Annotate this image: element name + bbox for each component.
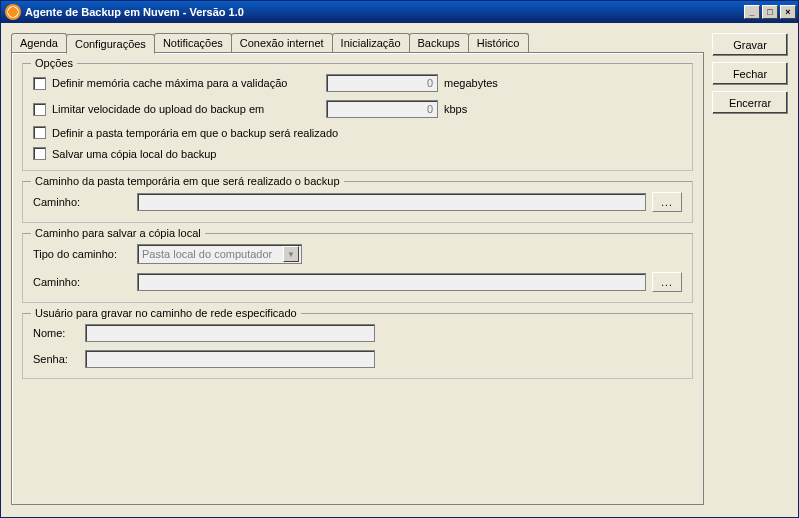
label-temp: Definir a pasta temporária em que o back… [52,127,338,139]
chevron-down-icon: ▼ [283,246,299,262]
select-path-type-value: Pasta local do computador [142,248,272,260]
group-temp-path: Caminho da pasta temporária em que será … [22,181,693,223]
input-username[interactable] [85,324,375,342]
label-temp-path: Caminho: [33,196,131,208]
input-cache[interactable] [326,74,438,92]
input-limit[interactable] [326,100,438,118]
fechar-button[interactable]: Fechar [712,62,788,85]
label-path-type: Tipo do caminho: [33,248,131,260]
checkbox-temp[interactable] [33,126,46,139]
group-local-legend: Caminho para salvar a cópia local [31,227,205,239]
group-opcoes-legend: Opções [31,57,77,69]
tab-backups[interactable]: Backups [409,33,469,52]
group-temp-legend: Caminho da pasta temporária em que será … [31,175,344,187]
label-username: Nome: [33,327,79,339]
browse-temp-button[interactable]: ... [652,192,682,212]
input-temp-path[interactable] [137,193,646,211]
browse-local-button[interactable]: ... [652,272,682,292]
unit-cache: megabytes [444,77,498,89]
label-password: Senha: [33,353,79,365]
encerrar-button[interactable]: Encerrar [712,91,788,114]
maximize-button[interactable]: □ [762,5,778,19]
select-path-type[interactable]: Pasta local do computador ▼ [137,244,302,264]
checkbox-cache[interactable] [33,77,46,90]
label-cache: Definir memória cache máxima para a vali… [52,77,320,89]
tab-historico[interactable]: Histórico [468,33,529,52]
app-icon [5,4,21,20]
close-button[interactable]: × [780,5,796,19]
sidebar: Gravar Fechar Encerrar [712,33,788,507]
group-opcoes: Opções Definir memória cache máxima para… [22,63,693,171]
group-user: Usuário para gravar no caminho de rede e… [22,313,693,379]
tab-configuracoes[interactable]: Configurações [66,34,155,54]
tab-inicializacao[interactable]: Inicialização [332,33,410,52]
unit-limit: kbps [444,103,467,115]
tab-conexao-internet[interactable]: Conexão internet [231,33,333,52]
input-password[interactable] [85,350,375,368]
tab-notificacoes[interactable]: Notificações [154,33,232,52]
minimize-button[interactable]: _ [744,5,760,19]
gravar-button[interactable]: Gravar [712,33,788,56]
label-limit: Limitar velocidade do upload do backup e… [52,103,320,115]
app-window: Agente de Backup em Nuvem - Versão 1.0 _… [0,0,799,518]
group-user-legend: Usuário para gravar no caminho de rede e… [31,307,301,319]
label-local-path: Caminho: [33,276,131,288]
checkbox-local[interactable] [33,147,46,160]
tab-panel: Opções Definir memória cache máxima para… [11,52,704,505]
group-local-path: Caminho para salvar a cópia local Tipo d… [22,233,693,303]
window-title: Agente de Backup em Nuvem - Versão 1.0 [25,6,744,18]
input-local-path[interactable] [137,273,646,291]
main-area: Agenda Configurações Notificações Conexã… [11,33,704,507]
tab-agenda[interactable]: Agenda [11,33,67,52]
titlebar: Agente de Backup em Nuvem - Versão 1.0 _… [1,1,798,23]
tabstrip: Agenda Configurações Notificações Conexã… [11,33,704,52]
checkbox-limit[interactable] [33,103,46,116]
label-local: Salvar uma cópia local do backup [52,148,216,160]
